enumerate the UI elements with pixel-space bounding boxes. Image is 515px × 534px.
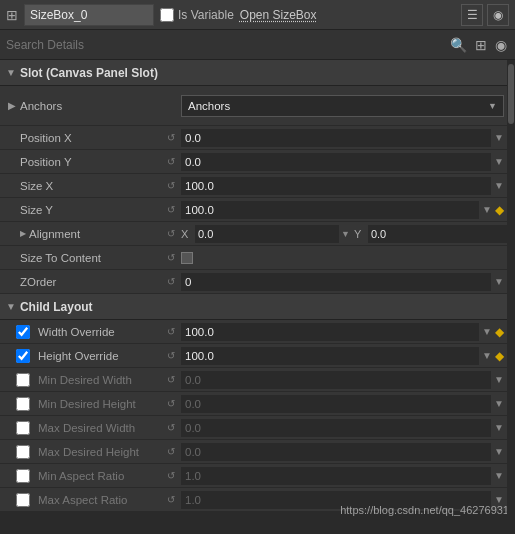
- size-to-content-reset-icon[interactable]: ↺: [167, 252, 175, 263]
- size-x-row: Size X ↺ ▼: [0, 174, 507, 198]
- size-to-content-checkbox[interactable]: [181, 252, 193, 264]
- min-desired-width-reset-icon[interactable]: ↺: [167, 374, 175, 385]
- anchors-dropdown[interactable]: Anchors ▼: [181, 95, 504, 117]
- size-y-input[interactable]: [181, 201, 479, 219]
- zorder-reset-icon[interactable]: ↺: [167, 276, 175, 287]
- max-desired-width-value-cell: ▼: [178, 416, 507, 439]
- max-aspect-ratio-checkbox[interactable]: [16, 493, 30, 507]
- list-view-button[interactable]: ☰: [461, 4, 483, 26]
- child-layout-header[interactable]: ▼ Child Layout: [0, 294, 507, 320]
- height-override-label-cell: Height Override ↺: [0, 344, 178, 367]
- scrollbar-thumb[interactable]: [508, 64, 514, 124]
- max-aspect-ratio-label-cell: Max Aspect Ratio ↺: [0, 488, 178, 511]
- position-x-value-cell: ▼: [178, 126, 507, 149]
- height-override-yellow-icon: ◆: [495, 349, 504, 363]
- position-y-reset-icon[interactable]: ↺: [167, 156, 175, 167]
- min-desired-width-expand: ▼: [494, 374, 504, 385]
- min-desired-width-label-cell: Min Desired Width ↺: [0, 368, 178, 391]
- anchors-dropdown-value: Anchors: [188, 100, 230, 112]
- search-bar: 🔍 ⊞ ◉: [0, 30, 515, 60]
- zorder-input[interactable]: [181, 273, 491, 291]
- slot-section-header[interactable]: ▼ Slot (Canvas Panel Slot): [0, 60, 507, 86]
- eye-toggle-button[interactable]: ◉: [493, 37, 509, 53]
- min-aspect-ratio-row: Min Aspect Ratio ↺ ▼: [0, 464, 507, 488]
- is-variable-checkbox[interactable]: [160, 8, 174, 22]
- max-desired-height-checkbox[interactable]: [16, 445, 30, 459]
- alignment-arrow: ▶: [20, 229, 26, 238]
- anchors-row: ▶ Anchors Anchors ▼: [0, 86, 507, 126]
- size-x-reset-icon[interactable]: ↺: [167, 180, 175, 191]
- size-y-label: Size Y: [20, 204, 53, 216]
- min-desired-height-input[interactable]: [181, 395, 491, 413]
- position-y-input[interactable]: [181, 153, 491, 171]
- height-override-input[interactable]: [181, 347, 479, 365]
- width-override-input[interactable]: [181, 323, 479, 341]
- max-desired-width-expand: ▼: [494, 422, 504, 433]
- sizebox-icon: ⊞: [6, 7, 18, 23]
- alignment-reset-icon[interactable]: ↺: [167, 228, 175, 239]
- alignment-value-cell: X ▼ Y ▼: [178, 225, 507, 243]
- max-desired-width-label-cell: Max Desired Width ↺: [0, 416, 178, 439]
- max-desired-height-reset-icon[interactable]: ↺: [167, 446, 175, 457]
- min-aspect-ratio-reset-icon[interactable]: ↺: [167, 470, 175, 481]
- zorder-expand-icon: ▼: [494, 276, 504, 287]
- max-desired-width-input[interactable]: [181, 419, 491, 437]
- alignment-x-label: X: [181, 228, 193, 240]
- max-aspect-ratio-input[interactable]: [181, 491, 491, 509]
- min-aspect-ratio-input[interactable]: [181, 467, 491, 485]
- position-y-row: Position Y ↺ ▼: [0, 150, 507, 174]
- max-aspect-ratio-value-cell: ▼: [178, 488, 507, 511]
- alignment-y-label: Y: [354, 228, 366, 240]
- min-desired-height-value-cell: ▼: [178, 392, 507, 415]
- max-desired-height-input[interactable]: [181, 443, 491, 461]
- position-x-input[interactable]: [181, 129, 491, 147]
- max-aspect-ratio-reset-icon[interactable]: ↺: [167, 494, 175, 505]
- size-x-expand-icon: ▼: [494, 180, 504, 191]
- child-layout-arrow: ▼: [6, 301, 16, 312]
- width-override-value-cell: ▼ ◆: [178, 320, 507, 343]
- min-aspect-ratio-value-cell: ▼: [178, 464, 507, 487]
- min-desired-height-row: Min Desired Height ↺ ▼: [0, 392, 507, 416]
- grid-view-button[interactable]: ⊞: [473, 37, 489, 53]
- main-content: ▼ Slot (Canvas Panel Slot) ▶ Anchors Anc…: [0, 60, 507, 534]
- min-desired-width-input[interactable]: [181, 371, 491, 389]
- width-override-checkbox[interactable]: [16, 325, 30, 339]
- size-y-reset-icon[interactable]: ↺: [167, 204, 175, 215]
- open-sizebox-button[interactable]: Open SizeBox: [240, 8, 317, 22]
- alignment-x-input[interactable]: [195, 225, 339, 243]
- max-desired-height-row: Max Desired Height ↺ ▼: [0, 440, 507, 464]
- anchors-label: ▶ Anchors: [0, 100, 178, 112]
- size-x-label: Size X: [20, 180, 53, 192]
- min-desired-width-checkbox[interactable]: [16, 373, 30, 387]
- min-aspect-ratio-checkbox[interactable]: [16, 469, 30, 483]
- position-y-value-cell: ▼: [178, 150, 507, 173]
- anchors-label-text: Anchors: [20, 100, 62, 112]
- position-x-label: Position X: [20, 132, 72, 144]
- position-x-reset-icon[interactable]: ↺: [167, 132, 175, 143]
- min-desired-height-checkbox[interactable]: [16, 397, 30, 411]
- height-override-value-cell: ▼ ◆: [178, 344, 507, 367]
- size-to-content-label: Size To Content: [20, 252, 101, 264]
- name-input[interactable]: [24, 4, 154, 26]
- search-input[interactable]: [6, 38, 444, 52]
- alignment-y-input[interactable]: [368, 225, 507, 243]
- height-override-reset-icon[interactable]: ↺: [167, 350, 175, 361]
- size-y-expand-icon: ▼: [482, 204, 492, 215]
- scrollbar[interactable]: [507, 60, 515, 534]
- width-override-reset-icon[interactable]: ↺: [167, 326, 175, 337]
- position-x-row: Position X ↺ ▼: [0, 126, 507, 150]
- search-icon[interactable]: 🔍: [448, 37, 469, 53]
- alignment-label-cell: ▶ Alignment ↺: [0, 228, 178, 240]
- max-desired-width-checkbox[interactable]: [16, 421, 30, 435]
- height-override-checkbox[interactable]: [16, 349, 30, 363]
- slot-section-arrow: ▼: [6, 67, 16, 78]
- min-desired-height-reset-icon[interactable]: ↺: [167, 398, 175, 409]
- zorder-value-cell: ▼: [178, 270, 507, 293]
- max-aspect-ratio-expand: ▼: [494, 494, 504, 505]
- min-aspect-ratio-label: Min Aspect Ratio: [38, 470, 124, 482]
- max-aspect-ratio-label: Max Aspect Ratio: [38, 494, 127, 506]
- eye-button[interactable]: ◉: [487, 4, 509, 26]
- slot-section-title: Slot (Canvas Panel Slot): [20, 66, 158, 80]
- max-desired-width-reset-icon[interactable]: ↺: [167, 422, 175, 433]
- size-x-input[interactable]: [181, 177, 491, 195]
